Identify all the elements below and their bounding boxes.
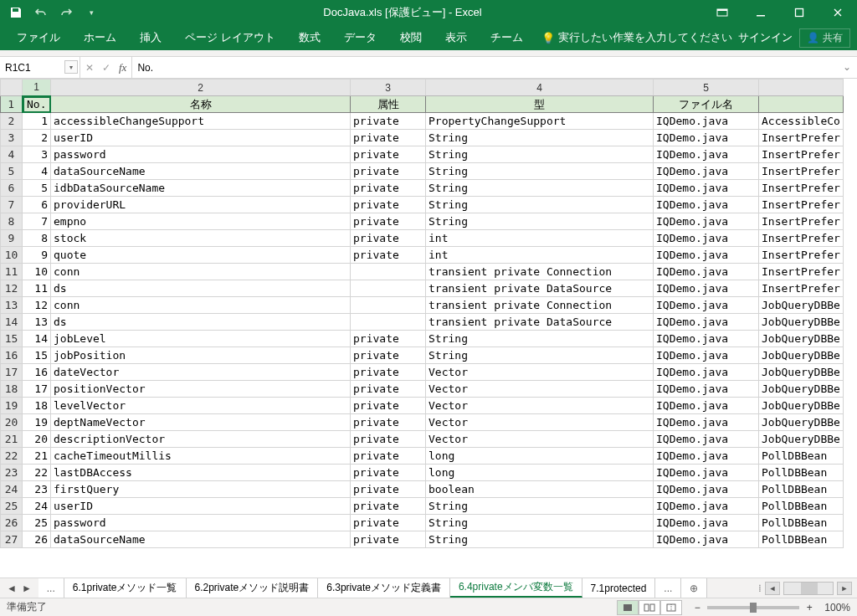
cell[interactable]: IQDemo.java bbox=[654, 113, 759, 130]
cell[interactable]: JobQueryDBBe bbox=[759, 381, 844, 398]
sheet-tab-more-right[interactable]: ... bbox=[655, 578, 681, 598]
redo-icon[interactable] bbox=[55, 2, 77, 23]
cell[interactable]: PollDBBean bbox=[759, 448, 844, 465]
cell[interactable]: private bbox=[351, 414, 426, 431]
row-header[interactable]: 6 bbox=[1, 180, 23, 197]
formula-input[interactable]: No. ⌄ bbox=[132, 57, 857, 78]
row-header[interactable]: 13 bbox=[1, 297, 23, 314]
cell[interactable]: IQDemo.java bbox=[654, 481, 759, 498]
row-header[interactable]: 9 bbox=[1, 230, 23, 247]
new-sheet-icon[interactable]: ⊕ bbox=[681, 578, 707, 598]
cell[interactable]: 7 bbox=[23, 213, 51, 230]
horizontal-scrollbar[interactable]: ⁞ ◄ ► bbox=[758, 582, 857, 595]
header-cell[interactable]: 名称 bbox=[51, 96, 351, 113]
namebox-dropdown-icon[interactable]: ▾ bbox=[64, 60, 78, 74]
view-normal-icon[interactable] bbox=[617, 600, 639, 615]
cell[interactable]: private bbox=[351, 481, 426, 498]
sheet-nav-prev-icon[interactable]: ◄ bbox=[5, 583, 18, 594]
cell[interactable]: private bbox=[351, 431, 426, 448]
row-header[interactable]: 20 bbox=[1, 414, 23, 431]
cell[interactable]: private bbox=[351, 180, 426, 197]
cell[interactable]: Vector bbox=[426, 398, 654, 414]
cell[interactable]: IQDemo.java bbox=[654, 314, 759, 331]
cell[interactable]: InsertPrefer bbox=[759, 247, 844, 264]
cell[interactable]: dateVector bbox=[51, 364, 351, 381]
cell[interactable]: 23 bbox=[23, 481, 51, 498]
cancel-icon[interactable]: ✕ bbox=[85, 62, 94, 74]
cell[interactable]: Vector bbox=[426, 381, 654, 398]
row-header[interactable]: 22 bbox=[1, 448, 23, 465]
cell[interactable]: InsertPrefer bbox=[759, 264, 844, 280]
cell[interactable]: 10 bbox=[23, 264, 51, 280]
select-all-corner[interactable] bbox=[1, 80, 23, 96]
column-header[interactable] bbox=[759, 80, 844, 96]
cell[interactable]: conn bbox=[51, 264, 351, 280]
zoom-level[interactable]: 100% bbox=[824, 602, 850, 613]
row-header[interactable]: 4 bbox=[1, 146, 23, 163]
cell[interactable]: JobQueryDBBe bbox=[759, 364, 844, 381]
sheet-tab[interactable]: 6.3privateメソッド定義書 bbox=[318, 578, 450, 598]
cell[interactable]: transient private DataSource bbox=[426, 314, 654, 331]
cell[interactable]: IQDemo.java bbox=[654, 431, 759, 448]
column-header[interactable]: 3 bbox=[351, 80, 426, 96]
cell[interactable]: empno bbox=[51, 213, 351, 230]
enter-icon[interactable]: ✓ bbox=[102, 62, 110, 74]
row-header[interactable]: 23 bbox=[1, 465, 23, 481]
cell[interactable]: private bbox=[351, 498, 426, 515]
cell[interactable]: 11 bbox=[23, 280, 51, 297]
row-header[interactable]: 11 bbox=[1, 264, 23, 280]
cell[interactable]: IQDemo.java bbox=[654, 465, 759, 481]
cell[interactable]: IQDemo.java bbox=[654, 498, 759, 515]
cell[interactable]: 1 bbox=[23, 113, 51, 130]
view-page-layout-icon[interactable] bbox=[639, 600, 660, 615]
cell[interactable]: InsertPrefer bbox=[759, 163, 844, 180]
tab-data[interactable]: データ bbox=[332, 25, 388, 50]
cell[interactable] bbox=[351, 297, 426, 314]
cell[interactable]: InsertPrefer bbox=[759, 146, 844, 163]
undo-icon[interactable] bbox=[30, 2, 52, 23]
cell[interactable]: JobQueryDBBe bbox=[759, 314, 844, 331]
cell[interactable]: 17 bbox=[23, 381, 51, 398]
row-header[interactable]: 14 bbox=[1, 314, 23, 331]
cell[interactable]: private bbox=[351, 230, 426, 247]
column-header[interactable]: 1 bbox=[23, 80, 51, 96]
cell[interactable]: 16 bbox=[23, 364, 51, 381]
cell[interactable]: private bbox=[351, 347, 426, 364]
cell[interactable]: private bbox=[351, 515, 426, 531]
row-header[interactable]: 2 bbox=[1, 113, 23, 130]
cell[interactable]: jobPosition bbox=[51, 347, 351, 364]
tab-page-layout[interactable]: ページ レイアウト bbox=[173, 25, 287, 50]
cell[interactable]: PropertyChangeSupport bbox=[426, 113, 654, 130]
cell[interactable]: InsertPrefer bbox=[759, 230, 844, 247]
hscroll-thumb[interactable] bbox=[801, 583, 818, 594]
cell[interactable]: JobQueryDBBe bbox=[759, 297, 844, 314]
cell[interactable]: levelVector bbox=[51, 398, 351, 414]
sheet-tab[interactable]: 7.1protected bbox=[582, 578, 656, 598]
name-box[interactable]: R1C1 ▾ bbox=[0, 57, 80, 78]
cell[interactable]: quote bbox=[51, 247, 351, 264]
row-header[interactable]: 26 bbox=[1, 515, 23, 531]
maximize-icon[interactable] bbox=[780, 0, 819, 25]
cell[interactable]: String bbox=[426, 331, 654, 347]
column-header[interactable]: 5 bbox=[654, 80, 759, 96]
signin-link[interactable]: サインイン bbox=[738, 30, 793, 45]
cell[interactable]: PollDBBean bbox=[759, 515, 844, 531]
column-header[interactable]: 4 bbox=[426, 80, 654, 96]
cell[interactable]: 22 bbox=[23, 465, 51, 481]
cell[interactable]: String bbox=[426, 498, 654, 515]
row-header[interactable]: 24 bbox=[1, 481, 23, 498]
cell[interactable]: transient private Connection bbox=[426, 297, 654, 314]
cell[interactable]: IQDemo.java bbox=[654, 180, 759, 197]
cell[interactable]: firstQuery bbox=[51, 481, 351, 498]
cell[interactable]: 24 bbox=[23, 498, 51, 515]
cell[interactable]: IQDemo.java bbox=[654, 297, 759, 314]
cell[interactable]: AccessibleCo bbox=[759, 113, 844, 130]
zoom-in-icon[interactable]: + bbox=[803, 601, 816, 614]
cell[interactable]: 21 bbox=[23, 448, 51, 465]
fx-icon[interactable]: fx bbox=[119, 61, 126, 74]
cell[interactable]: dataSourceName bbox=[51, 163, 351, 180]
cell[interactable]: private bbox=[351, 364, 426, 381]
cell[interactable]: InsertPrefer bbox=[759, 180, 844, 197]
cell[interactable]: ds bbox=[51, 280, 351, 297]
cell[interactable]: IQDemo.java bbox=[654, 414, 759, 431]
